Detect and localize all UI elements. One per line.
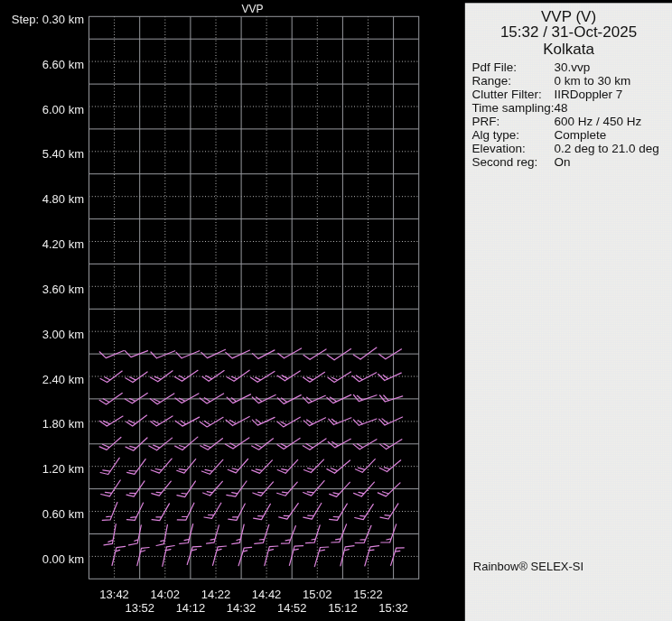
svg-text:0.00 km: 0.00 km xyxy=(42,552,84,566)
svg-text:30.vvp: 30.vvp xyxy=(555,60,591,74)
svg-text:4.20 km: 4.20 km xyxy=(42,237,84,251)
svg-text:13:52: 13:52 xyxy=(125,601,154,615)
svg-text:3.00 km: 3.00 km xyxy=(42,328,84,341)
svg-text:Range:: Range: xyxy=(472,74,512,88)
svg-text:14:52: 14:52 xyxy=(277,601,307,615)
svg-text:14:32: 14:32 xyxy=(227,601,257,615)
svg-text:0.2 deg to 21.0 deg: 0.2 deg to 21.0 deg xyxy=(555,142,659,155)
svg-text:14:42: 14:42 xyxy=(252,588,282,601)
svg-text:Elevation:: Elevation: xyxy=(472,142,526,155)
svg-text:15:22: 15:22 xyxy=(353,588,383,601)
svg-text:15:12: 15:12 xyxy=(328,601,358,615)
svg-text:Complete: Complete xyxy=(555,128,607,142)
svg-text:Rainbow® SELEX-SI: Rainbow® SELEX-SI xyxy=(473,560,583,573)
svg-text:1.80 km: 1.80 km xyxy=(42,417,84,431)
svg-text:Time sampling:: Time sampling: xyxy=(472,101,555,115)
svg-text:0 km to 30 km: 0 km to 30 km xyxy=(555,74,631,88)
svg-text:15:02: 15:02 xyxy=(303,588,332,601)
svg-text:1.20 km: 1.20 km xyxy=(42,462,84,476)
svg-text:IIRDoppler 7: IIRDoppler 7 xyxy=(555,88,623,101)
svg-text:15:32 / 31-Oct-2025: 15:32 / 31-Oct-2025 xyxy=(500,23,637,41)
svg-text:600 Hz / 450 Hz: 600 Hz / 450 Hz xyxy=(555,115,642,128)
svg-text:15:32: 15:32 xyxy=(378,601,408,615)
svg-text:Clutter Filter:: Clutter Filter: xyxy=(472,88,542,101)
svg-text:On: On xyxy=(555,155,571,169)
svg-text:14:12: 14:12 xyxy=(176,601,206,615)
svg-text:14:02: 14:02 xyxy=(151,588,181,601)
svg-text:6.00 km: 6.00 km xyxy=(42,103,84,116)
svg-text:VVP (V): VVP (V) xyxy=(541,8,596,25)
svg-text:Kolkata: Kolkata xyxy=(543,41,594,58)
svg-text:5.40 km: 5.40 km xyxy=(42,147,84,161)
svg-text:Pdf File:: Pdf File: xyxy=(472,60,518,74)
svg-text:PRF:: PRF: xyxy=(472,115,500,128)
svg-text:Alg type:: Alg type: xyxy=(472,128,520,142)
svg-text:6.60 km: 6.60 km xyxy=(42,58,84,71)
svg-text:0.60 km: 0.60 km xyxy=(42,507,84,521)
svg-text:2.40 km: 2.40 km xyxy=(42,373,84,386)
svg-text:3.60 km: 3.60 km xyxy=(42,283,84,296)
svg-text:Second reg:: Second reg: xyxy=(472,155,538,169)
svg-text:48: 48 xyxy=(555,101,568,115)
svg-text:4.80 km: 4.80 km xyxy=(42,192,84,206)
svg-text:VVP: VVP xyxy=(242,3,264,15)
svg-text:14:22: 14:22 xyxy=(201,588,231,601)
svg-text:Step: 0.30 km: Step: 0.30 km xyxy=(12,13,84,26)
svg-text:13:42: 13:42 xyxy=(99,588,129,601)
